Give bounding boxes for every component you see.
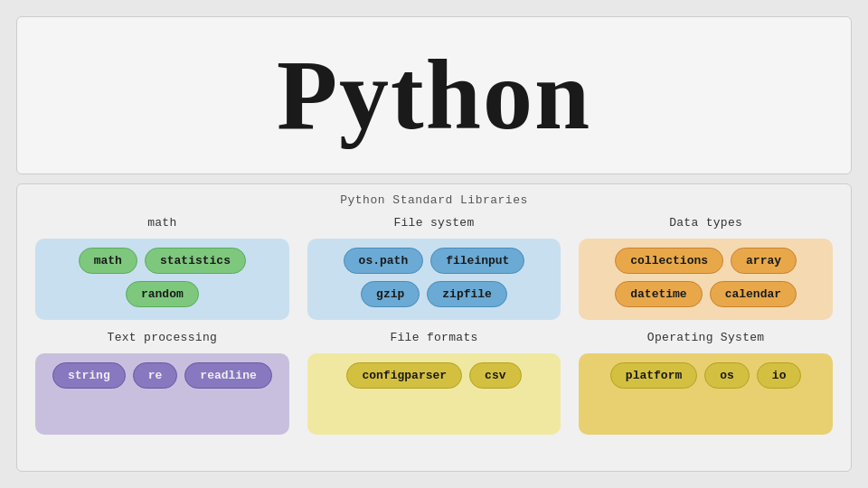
tag-array[interactable]: array	[731, 248, 797, 274]
category-label-operating-system: Operating System	[647, 331, 765, 344]
category-data-types: Data typescollectionsarraydatetimecalend…	[579, 216, 833, 320]
libraries-section: Python Standard Libraries mathmathstatis…	[16, 183, 852, 472]
tag-csv[interactable]: csv	[469, 362, 521, 389]
tag-platform[interactable]: platform	[610, 362, 697, 389]
tag-readline[interactable]: readline	[184, 362, 271, 389]
tag-container-math: mathstatisticsrandom	[35, 239, 289, 320]
category-text-processing: Text processingstringrereadline	[35, 331, 289, 435]
category-label-file-system: File system	[393, 216, 474, 230]
tag-calendar[interactable]: calendar	[710, 281, 797, 307]
tag-container-text-processing: stringrereadline	[35, 353, 289, 435]
tag-string[interactable]: string	[52, 362, 126, 389]
category-label-data-types: Data types	[669, 216, 742, 230]
tag-re[interactable]: re	[133, 362, 178, 389]
tag-io[interactable]: io	[757, 362, 802, 389]
tag-fileinput[interactable]: fileinput	[430, 248, 524, 274]
section-title: Python Standard Libraries	[35, 193, 833, 207]
tag-container-file-formats: configparsercsv	[307, 353, 561, 435]
category-operating-system: Operating Systemplatformosio	[579, 331, 833, 435]
category-math: mathmathstatisticsrandom	[35, 216, 289, 320]
category-file-system: File systemos.pathfileinputgzipzipfile	[307, 216, 561, 320]
app-wrapper: Python Python Standard Libraries mathmat…	[0, 0, 868, 488]
category-label-file-formats: File formats	[390, 331, 477, 344]
tag-os[interactable]: os	[704, 362, 750, 389]
tag-container-data-types: collectionsarraydatetimecalendar	[579, 239, 833, 320]
tag-gzip[interactable]: gzip	[361, 281, 420, 307]
tag-math[interactable]: math	[79, 248, 137, 274]
tag-zipfile[interactable]: zipfile	[427, 281, 507, 307]
category-label-math: math	[147, 216, 176, 230]
tag-os-path[interactable]: os.path	[344, 248, 424, 274]
tag-statistics[interactable]: statistics	[145, 248, 246, 274]
tag-configparser[interactable]: configparser	[346, 362, 462, 389]
python-title: Python	[277, 38, 591, 153]
title-section: Python	[16, 16, 852, 174]
tag-datetime[interactable]: datetime	[615, 281, 702, 307]
category-file-formats: File formatsconfigparsercsv	[307, 331, 561, 435]
tag-container-file-system: os.pathfileinputgzipzipfile	[307, 239, 561, 320]
category-label-text-processing: Text processing	[108, 331, 218, 344]
categories-grid: mathmathstatisticsrandomFile systemos.pa…	[35, 216, 833, 435]
tag-random[interactable]: random	[126, 281, 199, 307]
tag-container-operating-system: platformosio	[579, 353, 833, 435]
tag-collections[interactable]: collections	[615, 248, 723, 274]
